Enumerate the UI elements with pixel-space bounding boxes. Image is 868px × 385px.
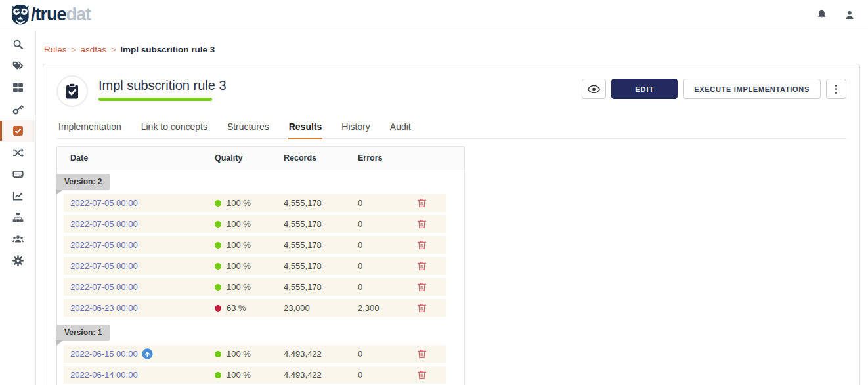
sidebar-item-quality[interactable]: [0, 120, 35, 142]
view-button[interactable]: [582, 79, 606, 99]
quality-ok-dot: [215, 263, 221, 270]
title-block: Impl subscrition rule 3: [98, 75, 227, 101]
result-row: 2022-07-05 00:00100 %4,555,1780: [64, 236, 446, 254]
quality-cell: 100 %: [215, 261, 284, 271]
delete-result-button[interactable]: [417, 370, 427, 380]
bell-icon[interactable]: [816, 9, 827, 20]
breadcrumb-separator: >: [111, 45, 116, 54]
quality-cell: 100 %: [215, 282, 284, 292]
topbar-icons: [816, 9, 857, 20]
sidebar-item-permissions[interactable]: [0, 98, 35, 120]
shuffle-icon: [12, 147, 24, 158]
tab-history[interactable]: History: [341, 117, 371, 138]
results-table-header: Date Quality Records Errors: [57, 147, 464, 169]
quality-ok-dot: [215, 351, 221, 357]
truedat-logo[interactable]: /truedat: [11, 5, 91, 26]
sidebar-item-sources[interactable]: [0, 163, 35, 185]
archive-icon: [12, 169, 24, 180]
tab-implementation[interactable]: Implementation: [58, 117, 122, 138]
quality-cell: 100 %: [215, 349, 284, 359]
kebab-icon: [835, 85, 837, 94]
records-cell: 4,493,422: [284, 370, 358, 380]
wordmark-light: dat: [66, 5, 91, 24]
errors-cell: 0: [358, 198, 417, 208]
errors-cell: 0: [358, 282, 417, 292]
sidebar-item-modules[interactable]: [0, 77, 35, 98]
records-cell: 4,555,178: [284, 240, 358, 250]
delete-result-button[interactable]: [417, 261, 427, 271]
quality-ok-dot: [215, 221, 221, 228]
records-cell: 23,000: [284, 303, 358, 313]
trash-icon: [417, 240, 427, 250]
owl-logo-icon: [11, 5, 30, 26]
execute-implementations-button[interactable]: EXECUTE IMPLEMENTATIONS: [683, 79, 821, 99]
version-badge: Version: 2: [56, 174, 110, 190]
breadcrumb-separator: >: [72, 45, 76, 54]
upload-circle-icon[interactable]: [142, 348, 153, 359]
result-date-link[interactable]: 2022-06-14 00:00: [70, 370, 215, 380]
rule-actions: EDIT EXECUTE IMPLEMENTATIONS: [582, 75, 846, 99]
result-date-link[interactable]: 2022-07-05 00:00: [70, 282, 215, 292]
breadcrumb-rule-group[interactable]: asdfas: [81, 45, 107, 54]
tab-link-to-concepts[interactable]: Link to concepts: [141, 117, 208, 138]
tab-results[interactable]: Results: [288, 117, 323, 139]
trash-icon: [417, 370, 427, 380]
sidebar-item-users[interactable]: [0, 228, 35, 250]
top-bar: /truedat: [0, 0, 868, 30]
delete-result-button[interactable]: [417, 198, 427, 208]
sidebar-item-settings[interactable]: [0, 250, 35, 272]
quality-ok-dot: [215, 284, 221, 291]
result-date-link[interactable]: 2022-07-05 00:00: [70, 219, 215, 229]
tab-audit[interactable]: Audit: [389, 117, 412, 138]
result-row: 2022-07-05 00:00100 %4,555,1780: [64, 215, 446, 233]
result-row: 2022-07-05 00:00100 %4,555,1780: [64, 257, 446, 275]
version-badge: Version: 1: [56, 325, 110, 341]
result-date-link[interactable]: 2022-06-23 00:00: [70, 303, 215, 313]
sidebar-item-dashboards[interactable]: [0, 185, 35, 207]
main-content: Rules>asdfas>Impl subscrition rule 3 Imp…: [36, 30, 868, 385]
sidebar-item-lineage[interactable]: [0, 142, 35, 163]
trash-icon: [417, 349, 427, 359]
errors-cell: 0: [358, 261, 417, 271]
results-table: Date Quality Records Errors Version: 220…: [56, 146, 465, 385]
quality-ok-dot: [215, 372, 221, 378]
column-header-errors: Errors: [358, 153, 417, 163]
result-date-link[interactable]: 2022-06-15 00:00: [70, 348, 215, 359]
clipboard-check-icon: [56, 75, 88, 107]
version-group-label: Version: 2: [57, 169, 464, 194]
records-cell: 4,493,422: [284, 349, 358, 359]
delete-result-button[interactable]: [417, 349, 427, 359]
errors-cell: 0: [358, 240, 417, 250]
more-actions-button[interactable]: [826, 79, 846, 99]
delete-result-button[interactable]: [417, 219, 427, 229]
tab-structures[interactable]: Structures: [227, 117, 270, 138]
result-row: 2022-06-14 00:00100 %4,493,4220: [64, 366, 446, 384]
edit-button[interactable]: EDIT: [611, 79, 678, 99]
result-row: 2022-06-23 00:0063 %23,0002,300: [64, 299, 446, 317]
users-icon: [12, 233, 24, 245]
sitemap-icon: [12, 212, 24, 223]
wordmark-dark: true: [35, 5, 66, 24]
user-icon[interactable]: [844, 10, 855, 20]
quality-ok-dot: [215, 200, 221, 207]
breadcrumb-rules[interactable]: Rules: [44, 45, 67, 54]
trash-icon: [417, 303, 427, 313]
trash-icon: [417, 282, 427, 292]
wordmark: /truedat: [31, 6, 91, 24]
gear-icon: [12, 255, 24, 266]
sidebar-item-search[interactable]: [0, 33, 35, 55]
quality-cell: 100 %: [215, 370, 284, 380]
records-cell: 4,555,178: [284, 198, 358, 208]
delete-result-button[interactable]: [417, 303, 427, 313]
result-date-link[interactable]: 2022-07-05 00:00: [70, 240, 215, 250]
delete-result-button[interactable]: [417, 282, 427, 292]
delete-result-button[interactable]: [417, 240, 427, 250]
result-date-link[interactable]: 2022-07-05 00:00: [70, 261, 215, 271]
records-cell: 4,555,178: [284, 261, 358, 271]
search-icon: [12, 39, 24, 50]
sidebar-item-tags[interactable]: [0, 55, 35, 77]
records-cell: 4,555,178: [284, 282, 358, 292]
errors-cell: 0: [358, 370, 417, 380]
result-date-link[interactable]: 2022-07-05 00:00: [70, 198, 215, 208]
sidebar-item-structures[interactable]: [0, 207, 35, 228]
